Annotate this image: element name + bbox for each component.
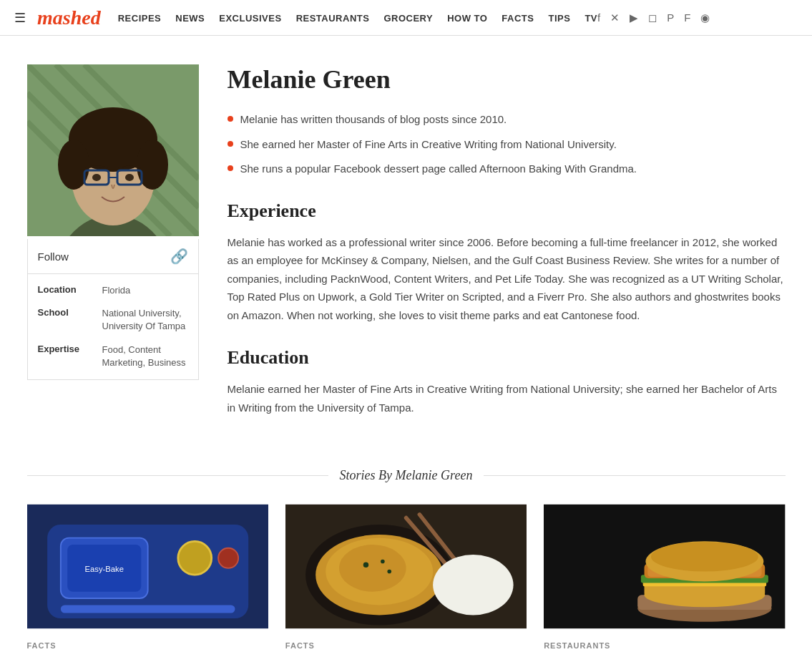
story-title-0: The Untold Truth Of The Easy-Bake Oven [27, 654, 268, 657]
story-card-0[interactable]: Easy-Bake FACTSThe Untold Truth Of The E… [27, 500, 268, 657]
education-text: Melanie earned her Master of Fine Arts i… [228, 380, 786, 417]
stories-section: Stories By Melanie Green Easy-Bake FACTS… [27, 468, 786, 657]
nav-item-recipes[interactable]: RECIPES [118, 11, 162, 24]
bullet-text: Melanie has written thousands of blog po… [240, 112, 507, 128]
stories-grid: Easy-Bake FACTSThe Untold Truth Of The E… [27, 500, 786, 657]
author-sidebar: Follow 🔗 Location Florida School Nationa… [27, 64, 199, 439]
location-value: Florida [102, 284, 131, 297]
bullet-dot [228, 141, 233, 147]
twitter-icon[interactable]: ✕ [610, 11, 620, 24]
bio-bullet: She runs a popular Facebook dessert page… [228, 161, 786, 177]
link-icon[interactable]: 🔗 [170, 248, 188, 265]
flipboard-icon[interactable]: F [684, 11, 690, 24]
story-category-2: RESTAURANTS [544, 641, 785, 650]
education-title: Education [228, 347, 786, 369]
story-card-1[interactable]: FACTSThe Untold Truth Of Egg Foo Young [285, 500, 527, 657]
profile-layout: Follow 🔗 Location Florida School Nationa… [27, 64, 786, 439]
bullet-text: She earned her Master of Fine Arts in Cr… [240, 137, 617, 153]
svg-point-35 [387, 570, 391, 574]
author-name: Melanie Green [228, 64, 786, 94]
svg-text:Easy-Bake: Easy-Bake [84, 565, 123, 573]
nav-item-news[interactable]: NEWS [175, 11, 205, 24]
svg-point-15 [92, 174, 101, 181]
story-title-2: 12 Chain Sandwich Shops That Are Disappe… [544, 654, 785, 657]
expertise-label: Expertise [38, 344, 95, 369]
divider-left [27, 475, 328, 476]
nav-item-facts[interactable]: FACTS [502, 11, 534, 24]
profile-info: Location Florida School National Univers… [27, 274, 199, 380]
site-logo[interactable]: mashed [37, 6, 101, 29]
follow-row: Follow 🔗 [27, 239, 199, 274]
story-category-1: FACTS [285, 641, 527, 650]
social-icons: f✕▶◻PF◉ [597, 11, 710, 24]
nav-item-how-to[interactable]: HOW TO [447, 11, 487, 24]
bio-bullets: Melanie has written thousands of blog po… [228, 112, 786, 177]
bullet-dot [228, 165, 233, 171]
site-header: ☰ mashed RECIPESNEWSEXCLUSIVESRESTAURANT… [0, 0, 812, 36]
pinterest-icon[interactable]: P [667, 11, 674, 24]
stories-heading: Stories By Melanie Green [340, 468, 473, 483]
svg-point-49 [651, 542, 758, 571]
stories-divider: Stories By Melanie Green [27, 468, 786, 483]
story-category-0: FACTS [27, 641, 268, 650]
svg-point-33 [363, 562, 368, 567]
hamburger-menu[interactable]: ☰ [14, 10, 26, 26]
nav-item-restaurants[interactable]: RESTAURANTS [296, 11, 370, 24]
school-row: School National University, University O… [38, 307, 188, 333]
facebook-icon[interactable]: f [597, 11, 600, 24]
school-label: School [38, 307, 95, 333]
nav-item-grocery[interactable]: GROCERY [383, 11, 433, 24]
nav-item-tips[interactable]: TIPS [548, 11, 570, 24]
divider-right [484, 475, 785, 476]
follow-label[interactable]: Follow [38, 250, 69, 263]
svg-point-22 [177, 541, 211, 575]
experience-text: Melanie has worked as a professional wri… [228, 233, 786, 325]
bio-bullet: She earned her Master of Fine Arts in Cr… [228, 137, 786, 153]
main-nav: RECIPESNEWSEXCLUSIVESRESTAURANTSGROCERYH… [118, 11, 597, 24]
svg-point-23 [218, 548, 238, 568]
svg-point-29 [339, 545, 406, 592]
author-avatar [27, 64, 199, 239]
nav-item-exclusives[interactable]: EXCLUSIVES [219, 11, 281, 24]
instagram-icon[interactable]: ◻ [648, 11, 657, 24]
location-row: Location Florida [38, 284, 188, 297]
svg-point-32 [433, 555, 513, 615]
location-label: Location [38, 284, 95, 297]
rss-icon[interactable]: ◉ [700, 11, 710, 24]
author-main-content: Melanie Green Melanie has written thousa… [228, 64, 786, 439]
svg-point-34 [381, 560, 385, 564]
story-image-1 [285, 500, 527, 636]
bullet-dot [228, 116, 233, 122]
story-image-0: Easy-Bake [27, 500, 268, 636]
youtube-icon[interactable]: ▶ [630, 11, 638, 24]
svg-rect-24 [60, 605, 235, 613]
expertise-value: Food, Content Marketing, Business [102, 344, 188, 369]
nav-item-tv[interactable]: TV [584, 11, 597, 24]
story-image-2 [544, 500, 785, 636]
school-value: National University, University Of Tampa [102, 307, 188, 333]
experience-title: Experience [228, 200, 786, 222]
page-container: Follow 🔗 Location Florida School Nationa… [13, 36, 800, 657]
story-title-1: The Untold Truth Of Egg Foo Young [285, 654, 527, 657]
expertise-row: Expertise Food, Content Marketing, Busin… [38, 344, 188, 369]
bio-bullet: Melanie has written thousands of blog po… [228, 112, 786, 128]
bullet-text: She runs a popular Facebook dessert page… [240, 161, 637, 177]
svg-point-16 [125, 174, 134, 181]
story-card-2[interactable]: RESTAURANTS12 Chain Sandwich Shops That … [544, 500, 785, 657]
